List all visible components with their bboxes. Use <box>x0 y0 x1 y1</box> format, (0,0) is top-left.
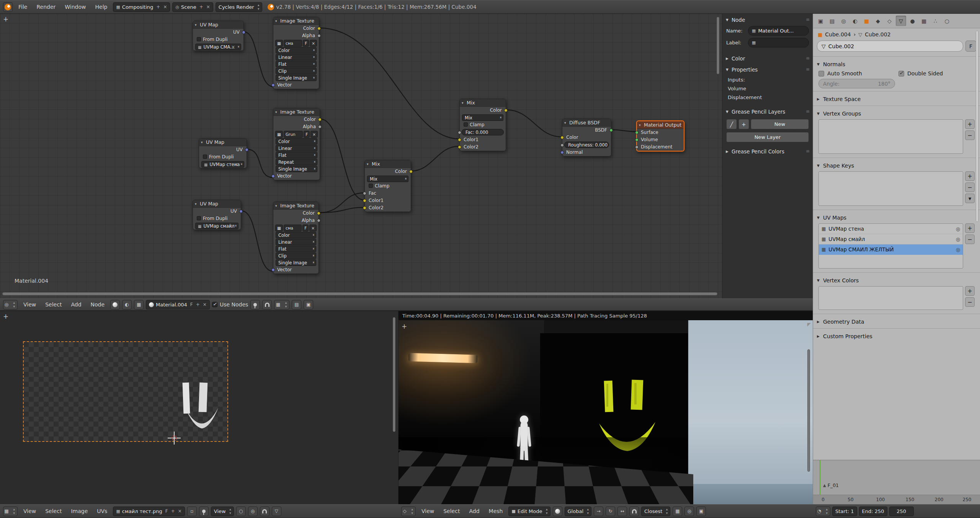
menu-view[interactable]: View <box>20 301 39 308</box>
socket-volume-in[interactable] <box>635 138 639 142</box>
uv-map-row[interactable]: ▦ UVMap смайл ◎ <box>819 234 963 244</box>
add-material-icon[interactable]: + <box>195 302 200 307</box>
viewport-shading-button[interactable] <box>553 507 562 516</box>
uvmap-select[interactable]: ▦UVMap смайл× <box>195 223 238 229</box>
screen-layout-select[interactable]: ▦ Compositing + × <box>113 2 170 12</box>
socket-vector-in[interactable] <box>271 268 275 272</box>
projection-select[interactable]: Flat <box>276 246 316 252</box>
manipulator-rotate-button[interactable]: ↻ <box>606 507 615 516</box>
timeline-marker[interactable]: ▲ F_01 <box>823 482 839 488</box>
manipulator-scale-button[interactable]: ↔ <box>617 507 627 516</box>
material-datablock-select[interactable]: Material.004 F + × <box>146 300 210 309</box>
node-name-field[interactable]: ▦Material Out... <box>748 26 809 36</box>
source-select[interactable]: Single Image <box>276 75 317 81</box>
current-frame-field[interactable]: 250 <box>889 507 914 516</box>
gp-new-layer-button[interactable]: New Layer <box>726 132 809 142</box>
proportional-edit-button[interactable]: ◎ <box>684 507 694 516</box>
socket-color1-in[interactable] <box>363 199 366 202</box>
tab-scene[interactable]: ◎ <box>838 16 849 26</box>
viewport-3d[interactable]: Time:00:04.90 | Remaining:00:01.70 | Mem… <box>398 311 813 504</box>
source-select[interactable]: Single Image <box>276 166 317 172</box>
socket-color-out[interactable] <box>317 212 320 215</box>
menu-add[interactable]: Add <box>67 301 85 308</box>
fake-user-toggle[interactable]: F <box>164 508 168 514</box>
mode-select[interactable]: ■ Edit Mode <box>508 507 550 516</box>
proportional-edit-button[interactable]: ◎ <box>248 507 258 516</box>
snap-toggle-button[interactable] <box>629 507 639 516</box>
unlink-button[interactable]: × <box>309 225 317 231</box>
vertex-colors-list[interactable] <box>818 286 963 310</box>
transform-orientation-select[interactable]: Global <box>565 507 591 516</box>
render-camera-icon[interactable]: ◎ <box>956 236 960 242</box>
image-browse-button[interactable]: ▦ <box>275 40 283 47</box>
image-name-field[interactable]: сма <box>284 40 302 47</box>
menu-file[interactable]: File <box>15 4 31 10</box>
panel-drag-dots[interactable]: ≡ <box>806 109 810 114</box>
shader-type-object-button[interactable] <box>110 300 120 309</box>
panel-shape-keys[interactable]: Shape Keys <box>813 160 980 171</box>
add-vertex-color-button[interactable]: + <box>965 286 975 296</box>
image-datablock-select[interactable]: ▦ смайл тест.png F + × <box>113 507 185 516</box>
gp-new-button[interactable]: New <box>751 119 809 129</box>
interpolation-select[interactable]: Linear <box>276 145 317 151</box>
cursor-2d[interactable] <box>167 431 182 446</box>
colorspace-select[interactable]: Color <box>276 232 316 238</box>
pack-image-button[interactable]: ▫ <box>187 507 197 516</box>
gp-draw-button[interactable]: ╱ <box>726 119 737 129</box>
uv-map-row-selected[interactable]: ▦ UVMap СМАИЛ ЖЕЛТЫЙ ◎ <box>819 244 963 255</box>
colorspace-select[interactable]: Color <box>276 47 317 54</box>
tab-texture[interactable]: ▦ <box>919 16 929 26</box>
copy-node-button[interactable]: ▤ <box>292 300 301 309</box>
tab-render-layers[interactable]: ▤ <box>827 16 837 26</box>
socket-fac-in[interactable] <box>458 131 461 134</box>
render-opengl-button[interactable]: ▣ <box>696 507 706 516</box>
node-title[interactable]: Mix <box>460 99 506 107</box>
scene-select[interactable]: ◎ Scene + × <box>172 2 213 12</box>
unlink-button[interactable]: × <box>310 40 317 47</box>
node-label-field[interactable]: ▦ <box>748 38 809 47</box>
socket-fac-in[interactable] <box>363 192 366 195</box>
new-image-icon[interactable]: + <box>170 508 175 514</box>
snap-target-select[interactable]: Closest <box>641 507 670 516</box>
socket-uv-out[interactable] <box>242 31 245 34</box>
menu-select[interactable]: Select <box>440 508 463 514</box>
socket-alpha-out[interactable] <box>317 34 321 37</box>
socket-color-out[interactable] <box>504 109 508 112</box>
clamp-checkbox[interactable] <box>369 184 373 188</box>
socket-color2-in[interactable] <box>363 206 366 210</box>
socket-roughness-in[interactable] <box>560 143 564 147</box>
unlink-image-icon[interactable]: × <box>177 508 182 514</box>
socket-alpha-out[interactable] <box>317 219 320 222</box>
panel-grease-pencil-layers[interactable]: Grease Pencil Layers≡ <box>722 106 813 117</box>
projection-select[interactable]: Flat <box>276 61 317 67</box>
node-image-texture-3[interactable]: Image Texture Color Alpha ▦ сма F × Colo… <box>273 202 319 274</box>
socket-color2-in[interactable] <box>458 145 461 149</box>
editor-type-button[interactable]: ◎ <box>3 300 18 309</box>
panel-custom-properties[interactable]: Custom Properties <box>813 330 980 341</box>
node-diffuse-bsdf[interactable]: Diffuse BSDF BSDF Color Roughness: 0.000… <box>562 119 611 156</box>
close-scene-icon[interactable]: × <box>205 4 210 10</box>
extension-select[interactable]: Clip <box>276 252 316 259</box>
roughness-slider[interactable]: Roughness: 0.000 <box>564 142 609 148</box>
shader-type-world-button[interactable]: ◐ <box>122 300 132 309</box>
socket-alpha-out[interactable] <box>318 125 322 129</box>
blend-type-select[interactable]: Mix <box>462 114 503 121</box>
menu-mesh[interactable]: Mesh <box>485 508 506 514</box>
clear-icon[interactable]: × <box>234 161 238 168</box>
socket-color1-in[interactable] <box>458 138 461 142</box>
fake-user-button[interactable]: F <box>302 225 309 231</box>
tab-physics[interactable]: ○ <box>942 16 952 26</box>
node-mix-2[interactable]: Mix Color Mix Clamp Fac: 0.000 Color1 Co… <box>459 99 506 151</box>
node-title[interactable]: UV Map <box>193 200 241 208</box>
tab-render[interactable]: ▣ <box>815 16 826 26</box>
fake-user-button[interactable]: F <box>303 40 309 47</box>
breadcrumb-data[interactable]: Cube.002 <box>865 31 890 37</box>
shape-key-specials-button[interactable]: ▾ <box>965 194 975 203</box>
tab-constraints[interactable]: ◆ <box>873 16 883 26</box>
uvmap-select[interactable]: ▦UVMap стена× <box>201 161 244 168</box>
node-editor-canvas[interactable]: + UV Map UV From Dupli ▦UVMap СМА...× UV… <box>0 14 813 298</box>
socket-normal-in[interactable] <box>560 151 564 154</box>
menu-add[interactable]: Add <box>466 508 483 514</box>
editor-type-button[interactable]: ◇ <box>401 507 416 516</box>
panel-drag-dots[interactable]: ≡ <box>806 55 810 61</box>
